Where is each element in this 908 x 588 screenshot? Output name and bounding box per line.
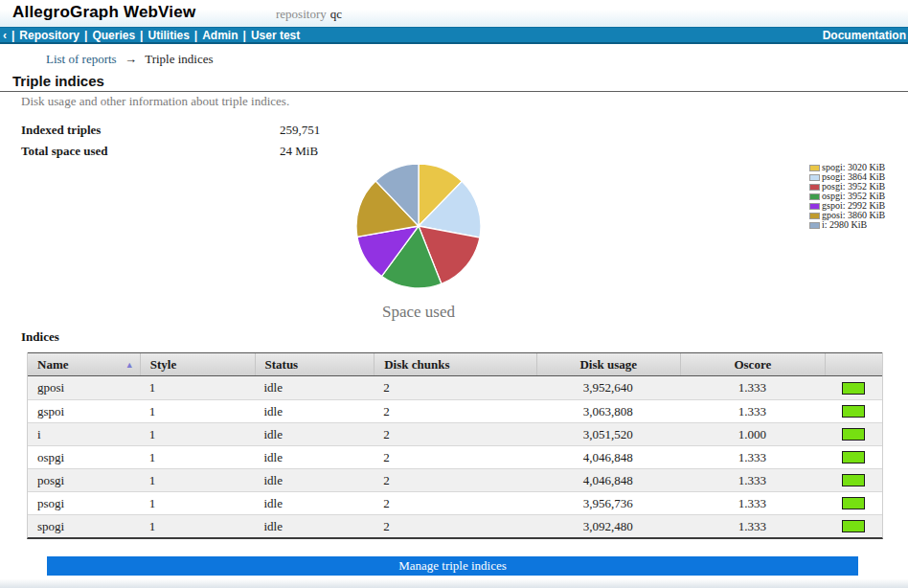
pie-chart-svg	[354, 162, 483, 290]
column-header-health[interactable]	[825, 353, 882, 375]
table-row-psogi: psogi1idle23,956,7361.333	[28, 491, 882, 514]
cell-oscore: 1.333	[680, 446, 826, 468]
breadcrumb: List of reports → Triple indices	[46, 52, 214, 67]
cell-style: 1	[140, 423, 255, 445]
nav-separator: |	[243, 29, 246, 42]
legend-swatch-psogi	[809, 174, 820, 181]
nav-separator: |	[140, 29, 143, 42]
metric-label: Indexed triples	[21, 123, 101, 137]
cell-style: 1	[140, 400, 255, 422]
nav-item-documentation[interactable]: Documentation	[823, 29, 908, 42]
cell-disk_chunks: 2	[374, 492, 536, 514]
cell-disk_usage: 3,956,736	[536, 492, 680, 514]
cell-status: idle	[255, 515, 375, 537]
column-header-status[interactable]: Status	[255, 353, 375, 375]
indices-table-body: gposi1idle23,952,6401.333gspoi1idle23,06…	[28, 376, 882, 537]
cell-name: psogi	[28, 492, 140, 514]
repository-indicator: repositoryqc	[276, 7, 342, 22]
legend-swatch-ospgi	[809, 193, 820, 200]
cell-disk_usage: 3,952,640	[536, 376, 680, 399]
legend-swatch-gspoi	[809, 203, 820, 210]
health-indicator	[842, 520, 865, 532]
cell-disk_chunks: 2	[374, 515, 536, 537]
cell-status: idle	[255, 469, 375, 491]
table-row-gspoi: gspoi1idle23,063,8081.333	[28, 399, 882, 422]
cell-disk_chunks: 2	[374, 423, 536, 445]
nav-item-queries[interactable]: Queries	[92, 29, 135, 42]
column-header-label: Disk usage	[579, 357, 637, 373]
nav-separator: |	[84, 29, 87, 42]
health-indicator	[842, 474, 865, 486]
nav-item-repository[interactable]: Repository	[19, 29, 79, 42]
nav-item-admin[interactable]: Admin	[202, 29, 238, 42]
cell-oscore: 1.333	[680, 515, 826, 537]
cell-name: posgi	[28, 469, 140, 491]
cell-health	[825, 423, 882, 445]
column-header-name[interactable]: Name▲	[28, 353, 140, 375]
cell-status: idle	[255, 400, 375, 422]
nav-separator: |	[194, 29, 197, 42]
cell-health	[825, 400, 882, 422]
indices-table-header-row: Name▲StyleStatusDisk chunksDisk usageOsc…	[28, 352, 882, 376]
cell-status: idle	[255, 423, 375, 445]
table-row-spogi: spogi1idle23,092,4801.333	[28, 514, 882, 537]
pie-chart-legend: spogi: 3020 KiBpsogi: 3864 KiBposgi: 395…	[809, 163, 885, 230]
table-row-posgi: posgi1idle24,046,8481.333	[28, 468, 882, 491]
breadcrumb-link-list-of-reports[interactable]: List of reports	[46, 52, 117, 66]
column-header-disk-usage[interactable]: Disk usage	[536, 353, 680, 375]
health-indicator	[842, 451, 865, 464]
health-indicator	[842, 428, 865, 441]
cell-style: 1	[140, 446, 255, 468]
cell-name: gposi	[28, 376, 140, 399]
legend-swatch-posgi	[809, 184, 820, 191]
main-nav-bar: ‹ |Repository|Queries|Utilities|Admin|Us…	[0, 27, 908, 44]
cell-style: 1	[140, 376, 255, 399]
cell-health	[825, 469, 882, 491]
cell-status: idle	[255, 376, 375, 399]
legend-swatch-gposi	[809, 213, 820, 219]
repository-label: repository	[276, 7, 327, 21]
health-indicator	[842, 405, 865, 418]
indices-section-label: Indices	[21, 329, 59, 345]
metric-label: Total space used	[21, 144, 108, 158]
column-header-style[interactable]: Style	[140, 353, 255, 375]
metric-total-space-used: Total space used 24 MiB	[21, 144, 596, 159]
cell-style: 1	[140, 469, 255, 491]
column-header-disk-chunks[interactable]: Disk chunks	[374, 353, 536, 375]
metric-value: 259,751	[280, 123, 320, 138]
cell-health	[825, 515, 882, 537]
cell-disk_chunks: 2	[374, 446, 536, 468]
nav-separator: |	[11, 29, 14, 42]
repository-name: qc	[330, 7, 342, 21]
nav-item-utilities[interactable]: Utilities	[148, 29, 189, 42]
nav-back-chevron[interactable]: ‹	[3, 29, 7, 42]
indices-table: Name▲StyleStatusDisk chunksDisk usageOsc…	[27, 352, 883, 539]
nav-menu: ‹ |Repository|Queries|Utilities|Admin|Us…	[0, 29, 300, 42]
cell-oscore: 1.333	[680, 400, 826, 422]
allegrograph-webview-page: AllegroGraph WebView repositoryqc ‹ |Rep…	[0, 0, 908, 588]
metric-indexed-triples: Indexed triples 259,751	[21, 123, 596, 138]
cell-health	[825, 446, 882, 468]
cell-name: gspoi	[28, 400, 140, 422]
health-indicator	[842, 382, 865, 395]
nav-item-user-test[interactable]: User test	[251, 29, 300, 42]
cell-disk_usage: 3,092,480	[536, 515, 680, 537]
cell-name: spogi	[28, 515, 140, 537]
cell-style: 1	[140, 515, 255, 537]
cell-disk_chunks: 2	[374, 469, 536, 491]
page-title: Triple indices	[12, 73, 104, 89]
column-header-label: Name	[37, 357, 69, 373]
cell-style: 1	[140, 492, 255, 514]
breadcrumb-current: Triple indices	[145, 52, 213, 66]
cell-disk_chunks: 2	[374, 400, 536, 422]
manage-triple-indices-button[interactable]: Manage triple indices	[47, 556, 858, 576]
cell-status: idle	[255, 446, 375, 468]
title-divider	[0, 91, 908, 92]
cell-oscore: 1.333	[680, 492, 826, 514]
table-row-gposi: gposi1idle23,952,6401.333	[28, 376, 882, 399]
cell-status: idle	[255, 492, 375, 514]
app-title: AllegroGraph WebView	[12, 3, 195, 22]
legend-swatch-spogi	[809, 165, 820, 171]
cell-name: i	[28, 423, 140, 445]
column-header-oscore[interactable]: Oscore	[680, 353, 826, 375]
